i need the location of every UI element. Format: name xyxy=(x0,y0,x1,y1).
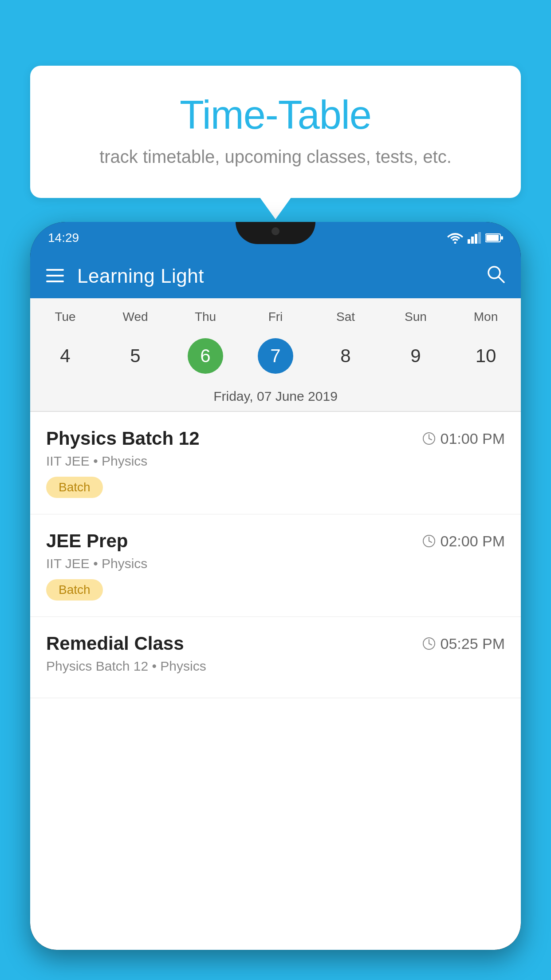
schedule-item-3-subtitle: Physics Batch 12 • Physics xyxy=(46,659,505,674)
svg-rect-9 xyxy=(46,275,64,277)
clock-icon-1 xyxy=(422,432,436,445)
search-icon[interactable] xyxy=(486,265,505,288)
battery-icon xyxy=(485,233,503,243)
app-bar: Learning Light xyxy=(30,254,521,298)
date-5[interactable]: 5 xyxy=(100,332,170,380)
date-4[interactable]: 4 xyxy=(30,332,100,380)
date-6-today[interactable]: 6 xyxy=(170,332,240,380)
phone-mockup: 14:29 xyxy=(30,222,521,980)
svg-rect-8 xyxy=(46,269,64,271)
svg-point-0 xyxy=(454,242,457,244)
svg-rect-6 xyxy=(486,235,499,241)
status-bar: 14:29 xyxy=(30,222,521,254)
bubble-subtitle: track timetable, upcoming classes, tests… xyxy=(52,147,499,167)
menu-icon[interactable] xyxy=(46,267,64,285)
svg-line-15 xyxy=(429,439,432,440)
selected-date-label: Friday, 07 June 2019 xyxy=(30,385,521,411)
day-thu[interactable]: Thu xyxy=(170,305,240,328)
phone-screen: Tue Wed Thu Fri Sat Sun Mon 4 5 6 7 8 9 … xyxy=(30,298,521,950)
svg-rect-7 xyxy=(501,236,503,240)
status-icons xyxy=(447,232,503,244)
schedule-item-2-subtitle: IIT JEE • Physics xyxy=(46,556,505,571)
app-bar-title: Learning Light xyxy=(77,265,473,287)
schedule-item-3-time: 05:25 PM xyxy=(422,635,505,652)
svg-line-18 xyxy=(429,541,432,542)
schedule-item-2-title: JEE Prep xyxy=(46,530,128,552)
date-10[interactable]: 10 xyxy=(451,332,521,380)
day-sat[interactable]: Sat xyxy=(311,305,381,328)
schedule-item-3-title: Remedial Class xyxy=(46,633,184,654)
signal-icon xyxy=(468,232,481,244)
calendar-days-header: Tue Wed Thu Fri Sat Sun Mon xyxy=(30,298,521,328)
speech-bubble: Time-Table track timetable, upcoming cla… xyxy=(30,66,521,198)
batch-badge-1: Batch xyxy=(46,477,103,498)
schedule-item-1-header: Physics Batch 12 01:00 PM xyxy=(46,428,505,449)
date-9[interactable]: 9 xyxy=(381,332,451,380)
svg-line-12 xyxy=(499,277,504,282)
day-fri[interactable]: Fri xyxy=(240,305,311,328)
schedule-item-1[interactable]: Physics Batch 12 01:00 PM IIT JEE • Phys… xyxy=(30,412,521,514)
day-mon[interactable]: Mon xyxy=(451,305,521,328)
schedule-item-2-header: JEE Prep 02:00 PM xyxy=(46,530,505,552)
clock-icon-3 xyxy=(422,637,436,650)
calendar-section: Tue Wed Thu Fri Sat Sun Mon 4 5 6 7 8 9 … xyxy=(30,298,521,412)
schedule-item-2[interactable]: JEE Prep 02:00 PM IIT JEE • Physics Batc… xyxy=(30,514,521,617)
svg-rect-3 xyxy=(475,234,477,244)
svg-rect-1 xyxy=(468,239,470,244)
day-wed[interactable]: Wed xyxy=(100,305,170,328)
svg-line-21 xyxy=(429,644,432,645)
speech-bubble-wrapper: Time-Table track timetable, upcoming cla… xyxy=(30,66,521,198)
schedule-item-1-title: Physics Batch 12 xyxy=(46,428,200,449)
batch-badge-2: Batch xyxy=(46,579,103,601)
svg-rect-10 xyxy=(46,281,64,282)
status-time: 14:29 xyxy=(48,231,79,245)
schedule-item-1-time: 01:00 PM xyxy=(422,430,505,447)
bubble-title: Time-Table xyxy=(52,92,499,138)
day-tue[interactable]: Tue xyxy=(30,305,100,328)
day-sun[interactable]: Sun xyxy=(381,305,451,328)
svg-rect-2 xyxy=(471,237,474,244)
svg-rect-4 xyxy=(478,232,481,244)
schedule-item-2-time: 02:00 PM xyxy=(422,533,505,550)
wifi-icon xyxy=(447,232,463,244)
schedule-item-3-header: Remedial Class 05:25 PM xyxy=(46,633,505,654)
schedule-item-3[interactable]: Remedial Class 05:25 PM Physics Batch 12… xyxy=(30,617,521,698)
schedule-list: Physics Batch 12 01:00 PM IIT JEE • Phys… xyxy=(30,412,521,698)
date-7-selected[interactable]: 7 xyxy=(240,332,311,380)
calendar-dates: 4 5 6 7 8 9 10 xyxy=(30,328,521,385)
phone-outer: 14:29 xyxy=(30,222,521,950)
schedule-item-1-subtitle: IIT JEE • Physics xyxy=(46,454,505,469)
date-8[interactable]: 8 xyxy=(311,332,381,380)
clock-icon-2 xyxy=(422,534,436,548)
